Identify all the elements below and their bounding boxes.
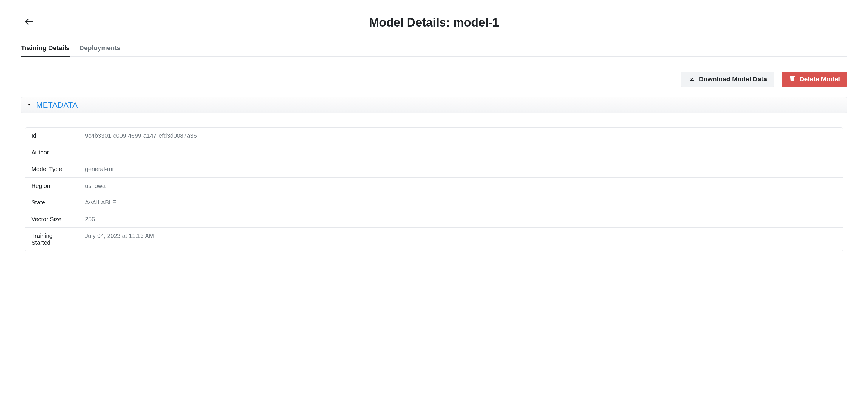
section-metadata: METADATA Id 9c4b3301-c009-4699-a147-efd3… [21,97,847,251]
trash-icon [789,75,796,84]
page-header: Model Details: model-1 [21,12,847,33]
delete-model-button[interactable]: Delete Model [781,71,847,87]
section-title: METADATA [36,100,78,110]
meta-value-vector-size: 256 [79,211,843,227]
meta-label-training-started: Training Started [25,228,79,251]
page-title: Model Details: model-1 [369,16,499,29]
meta-label-vector-size: Vector Size [25,211,79,227]
meta-value-model-type: general-rnn [79,161,843,177]
meta-value-training-started: July 04, 2023 at 11:13 AM [79,228,843,251]
meta-label-model-type: Model Type [25,161,79,177]
page-title-prefix: Model Details: [369,16,453,29]
arrow-left-icon [24,17,34,28]
meta-value-author [79,144,843,161]
download-icon [688,75,695,84]
tab-label: Training Details [21,44,70,52]
tab-training-details[interactable]: Training Details [21,42,70,57]
table-row: Model Type general-rnn [25,161,843,178]
button-label: Delete Model [799,75,840,83]
section-header-metadata[interactable]: METADATA [21,97,847,113]
meta-value-state: AVAILABLE [79,194,843,211]
table-row: Vector Size 256 [25,211,843,228]
back-button[interactable] [24,17,34,28]
page-title-model-name: model-1 [453,16,499,29]
metadata-table: Id 9c4b3301-c009-4699-a147-efd3d0087a36 … [25,127,843,251]
meta-value-region: us-iowa [79,178,843,194]
table-row: Author [25,144,843,161]
actions-row: Download Model Data Delete Model [21,71,847,87]
download-model-data-button[interactable]: Download Model Data [681,71,775,87]
table-row: Training Started July 04, 2023 at 11:13 … [25,228,843,251]
tab-deployments[interactable]: Deployments [79,42,121,57]
meta-value-id: 9c4b3301-c009-4699-a147-efd3d0087a36 [79,128,843,144]
table-row: Region us-iowa [25,178,843,194]
tabs: Training Details Deployments [21,42,847,57]
meta-label-state: State [25,194,79,211]
meta-label-author: Author [25,144,79,161]
tab-label: Deployments [79,44,121,52]
meta-label-id: Id [25,128,79,144]
table-row: Id 9c4b3301-c009-4699-a147-efd3d0087a36 [25,128,843,144]
page-root: Model Details: model-1 Training Details … [0,0,868,409]
button-label: Download Model Data [699,75,767,83]
meta-label-region: Region [25,178,79,194]
caret-down-icon [27,102,32,108]
table-row: State AVAILABLE [25,194,843,211]
svg-rect-1 [690,80,694,81]
